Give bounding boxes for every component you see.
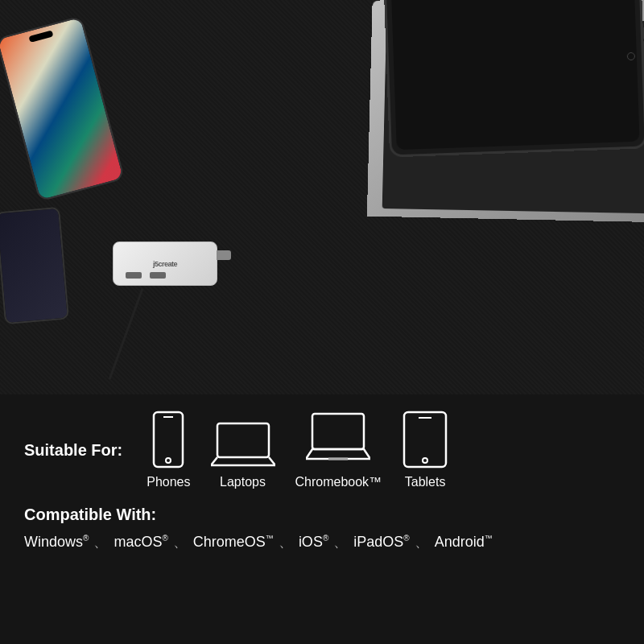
device-icon-chromebook: Chromebook™ xyxy=(295,411,382,489)
suitable-label: Suitable For: xyxy=(24,441,122,460)
compat-chromeos: ChromeOS™ xyxy=(193,534,274,550)
laptop-label: Laptops xyxy=(220,475,266,489)
compatible-section: Compatible With: Windows®、 macOS®、 Chrom… xyxy=(24,506,620,554)
svg-line-6 xyxy=(269,457,275,465)
compatible-title: Compatible With: xyxy=(24,506,620,524)
tablet-icon xyxy=(402,411,448,469)
device-icon-phone: Phones xyxy=(147,411,190,489)
device-icons: Phones Laptops xyxy=(147,411,448,489)
laptop-icon xyxy=(211,420,275,469)
phone-icon xyxy=(151,411,186,469)
suitable-section: Suitable For: Phones xyxy=(24,411,620,489)
svg-line-5 xyxy=(211,457,217,465)
product-page: j5create Suitable For: xyxy=(0,0,644,644)
hub-device: j5create xyxy=(113,242,217,286)
chromebook-icon xyxy=(306,411,370,469)
svg-rect-7 xyxy=(312,414,364,449)
tablet-device xyxy=(383,0,644,158)
device-icon-laptop: Laptops xyxy=(211,420,275,489)
compat-windows: Windows® xyxy=(24,534,89,550)
phone-device xyxy=(0,15,125,201)
phone-label: Phones xyxy=(147,475,190,489)
chromebook-label: Chromebook™ xyxy=(295,475,382,489)
device-icon-tablet: Tablets xyxy=(402,411,448,489)
hub-logo: j5create xyxy=(153,260,177,268)
compat-android: Android™ xyxy=(435,534,493,550)
svg-point-11 xyxy=(423,458,427,463)
svg-rect-3 xyxy=(217,423,269,457)
bottom-info: Suitable For: Phones xyxy=(0,394,644,644)
compat-ios: iOS® xyxy=(299,534,328,550)
cable xyxy=(109,288,144,380)
devices-area: j5create xyxy=(0,0,644,402)
tablet-label: Tablets xyxy=(405,475,446,489)
compatible-list: Windows®、 macOS®、 ChromeOS™、 iOS®、 iPadO… xyxy=(24,530,620,554)
svg-point-2 xyxy=(166,458,171,463)
compat-ipados: iPadOS® xyxy=(353,534,409,550)
phone-small-device xyxy=(0,207,69,324)
compat-macos: macOS® xyxy=(114,534,167,550)
